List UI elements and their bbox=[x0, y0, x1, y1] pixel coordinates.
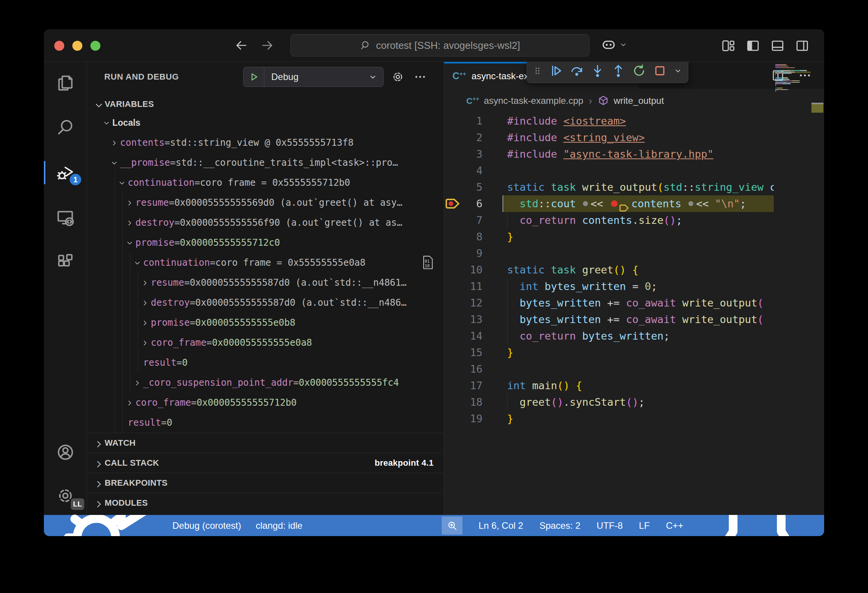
customize-layout-icon[interactable] bbox=[721, 38, 736, 53]
debug-continue-icon[interactable] bbox=[549, 63, 563, 78]
more-actions-icon[interactable] bbox=[414, 70, 427, 83]
chevron-right-icon[interactable] bbox=[125, 398, 135, 407]
command-center-search[interactable]: corotest [SSH: avogelsges-wsl2] bbox=[290, 34, 589, 57]
code-line[interactable]: 5static task write_output(std::string_vi… bbox=[444, 179, 824, 195]
back-icon[interactable] bbox=[234, 38, 248, 52]
minimap[interactable] bbox=[774, 62, 811, 515]
variable-row[interactable]: Locals bbox=[87, 113, 444, 133]
breakpoint-gutter[interactable] bbox=[444, 195, 461, 212]
code-line-current[interactable]: 6 std::cout << contents << "\n"; bbox=[444, 195, 824, 212]
start-debug-icon[interactable] bbox=[248, 71, 260, 83]
status-item[interactable]: Ln 6, Col 2 bbox=[479, 520, 523, 531]
breakpoint-gutter[interactable] bbox=[444, 146, 461, 162]
variable-row[interactable]: _coro_suspension_point_addr = 0x00005555… bbox=[87, 373, 444, 393]
breakpoint-gutter[interactable] bbox=[444, 113, 461, 129]
breadcrumb-file[interactable]: async-task-example.cpp bbox=[484, 95, 583, 106]
overview-ruler[interactable] bbox=[811, 62, 824, 515]
chevron-right-icon[interactable] bbox=[125, 218, 135, 227]
variable-row[interactable]: promise = 0x00005555555712c0 bbox=[87, 233, 444, 253]
variable-row[interactable]: destroy = 0x0000555555556f90 (a.out`gree… bbox=[87, 213, 444, 233]
variable-row[interactable]: contents = std::string_view @ 0x55555557… bbox=[87, 133, 444, 153]
breakpoint-gutter[interactable] bbox=[444, 245, 461, 262]
chevron-down-icon[interactable] bbox=[673, 66, 683, 75]
copilot-menu[interactable] bbox=[601, 37, 628, 52]
instruction-pointer-icon[interactable] bbox=[619, 200, 629, 208]
breakpoint-gutter[interactable] bbox=[444, 228, 461, 245]
configure-gear-icon[interactable] bbox=[391, 70, 404, 83]
breakpoint-gutter[interactable] bbox=[444, 344, 461, 361]
activity-bar-item-extensions-icon[interactable] bbox=[44, 247, 87, 277]
code-line[interactable]: 8} bbox=[444, 228, 824, 245]
activity-bar-item-account-icon[interactable] bbox=[44, 437, 87, 468]
view-binary-data-icon[interactable]: 0110 bbox=[422, 255, 434, 270]
code-line[interactable]: 3#include "async-task-library.hpp" bbox=[444, 146, 824, 162]
minimize-window-button[interactable] bbox=[72, 41, 82, 51]
activity-bar-item-remote-explorer-icon[interactable] bbox=[44, 202, 87, 233]
close-window-button[interactable] bbox=[54, 41, 64, 51]
chevron-down-icon[interactable] bbox=[125, 238, 135, 247]
code-line[interactable]: 11 int bytes_written = 0; bbox=[444, 278, 824, 295]
code-line[interactable]: 18 greet().syncStart(); bbox=[444, 394, 824, 410]
status-item[interactable]: UTF-8 bbox=[597, 520, 623, 531]
variable-row[interactable]: __promise = std::__coroutine_traits_impl… bbox=[87, 153, 444, 173]
code-line[interactable]: 7 co_return contents.size(); bbox=[444, 212, 824, 228]
chevron-right-icon[interactable] bbox=[141, 338, 151, 347]
code-line[interactable]: 17int main() { bbox=[444, 377, 824, 394]
breakpoint-gutter[interactable] bbox=[444, 328, 461, 344]
breakpoint-gutter[interactable] bbox=[444, 278, 461, 295]
breakpoint-gutter[interactable] bbox=[444, 129, 461, 146]
watch-section-header[interactable]: WATCH bbox=[87, 433, 444, 453]
variable-row[interactable]: promise = 0x000055555555e0b8 bbox=[87, 313, 444, 333]
breakpoint-gutter[interactable] bbox=[444, 295, 461, 311]
activity-bar-item-files-icon[interactable] bbox=[44, 68, 87, 98]
variable-row[interactable]: coro_frame = 0x000055555555e0a8 bbox=[87, 333, 444, 353]
debug-restart-icon[interactable] bbox=[632, 63, 646, 78]
forward-icon[interactable] bbox=[260, 38, 274, 52]
chevron-right-icon[interactable] bbox=[110, 138, 120, 147]
inline-breakpoint-candidate-icon[interactable] bbox=[688, 201, 693, 206]
breakpoint-gutter[interactable] bbox=[444, 311, 461, 328]
status-zoom-in[interactable] bbox=[442, 516, 462, 535]
chevron-right-icon[interactable] bbox=[125, 198, 135, 207]
status-item[interactable]: Spaces: 2 bbox=[539, 520, 581, 531]
variable-row[interactable]: resume = 0x00005555555587d0 (a.out`std::… bbox=[87, 273, 444, 293]
code-line[interactable]: 16 bbox=[444, 361, 824, 377]
code-line[interactable]: 14 co_return bytes_written; bbox=[444, 328, 824, 344]
modules-section-header[interactable]: MODULES bbox=[87, 493, 444, 513]
code-line[interactable]: 19} bbox=[444, 410, 824, 427]
breakpoint-gutter[interactable] bbox=[444, 361, 461, 377]
chevron-right-icon[interactable] bbox=[141, 278, 151, 287]
variable-row[interactable]: resume = 0x00005555555569d0 (a.out`greet… bbox=[87, 193, 444, 213]
code-line[interactable]: 15} bbox=[444, 344, 824, 361]
variable-row[interactable]: coro_frame = 0x00005555555712b0 bbox=[87, 393, 444, 413]
toggle-sidebar-icon[interactable] bbox=[746, 38, 760, 53]
breakpoint-gutter[interactable] bbox=[444, 179, 461, 195]
debug-step-out-icon[interactable] bbox=[611, 63, 626, 78]
variable-row[interactable]: continuation = coro frame = 0x5555555712… bbox=[87, 173, 444, 193]
toggle-panel-icon[interactable] bbox=[770, 38, 785, 53]
activity-bar-item-run-debug-icon[interactable]: 1 bbox=[44, 157, 87, 188]
launch-configuration-dropdown[interactable]: Debug bbox=[243, 67, 384, 87]
breakpoint-gutter[interactable] bbox=[444, 410, 461, 427]
debug-step-into-icon[interactable] bbox=[590, 63, 605, 78]
breadcrumb-symbol[interactable]: write_output bbox=[614, 95, 664, 106]
breakpoint-gutter[interactable] bbox=[444, 262, 461, 278]
code-line[interactable]: 2#include <string_view> bbox=[444, 129, 824, 146]
variable-row[interactable]: result = 0 bbox=[87, 353, 444, 373]
code-line[interactable]: 10static task greet() { bbox=[444, 262, 824, 278]
code-line[interactable]: 12 bytes_written += co_await write_outpu… bbox=[444, 295, 824, 311]
chevron-down-icon[interactable] bbox=[102, 118, 112, 127]
debug-step-over-icon[interactable] bbox=[569, 63, 584, 78]
status-item[interactable]: clangd: idle bbox=[256, 520, 302, 531]
code-line[interactable]: 9 bbox=[444, 245, 824, 262]
breakpoints-section-header[interactable]: BREAKPOINTS bbox=[87, 473, 444, 493]
chevron-down-icon[interactable] bbox=[110, 158, 120, 167]
breakpoint-gutter[interactable] bbox=[444, 212, 461, 228]
chevron-right-icon[interactable] bbox=[141, 298, 151, 307]
breakpoint-gutter[interactable] bbox=[444, 394, 461, 410]
breakpoint-gutter[interactable] bbox=[444, 162, 461, 179]
breakpoint-gutter[interactable] bbox=[444, 377, 461, 394]
toggle-secondary-sidebar-icon[interactable] bbox=[795, 38, 810, 53]
chevron-down-icon[interactable] bbox=[133, 258, 143, 267]
code-line[interactable]: 13 bytes_written += co_await write_outpu… bbox=[444, 311, 824, 328]
